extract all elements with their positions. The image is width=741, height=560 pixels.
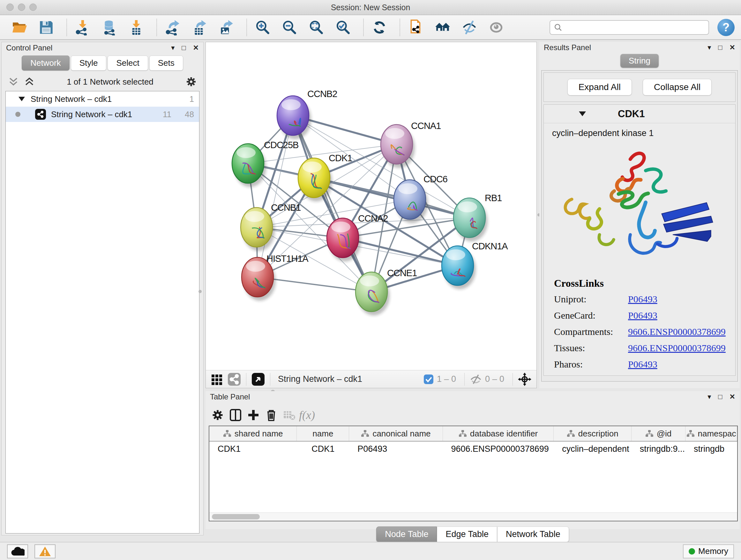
network-row[interactable]: String Network – cdk1 11 48 xyxy=(6,107,199,122)
crosslink-link[interactable]: 9606.ENSP00000378699 xyxy=(628,343,726,354)
tab-network-table[interactable]: Network Table xyxy=(497,526,569,542)
network-canvas[interactable]: CCNB2CCNA1CDC25BCDK1CDC6RB1CCNB1CCNA2CDK… xyxy=(206,42,536,370)
window-minimize-button[interactable] xyxy=(18,3,25,11)
crosslink-link[interactable]: P06493 xyxy=(628,310,657,321)
tab-edge-table[interactable]: Edge Table xyxy=(437,526,497,542)
tab-string[interactable]: String xyxy=(620,54,659,68)
save-icon[interactable] xyxy=(37,17,56,37)
column-header-database-identifier[interactable]: database identifier xyxy=(443,426,554,441)
network-view[interactable]: CCNB2CCNA1CDC25BCDK1CDC6RB1CCNB1CCNA2CDK… xyxy=(205,42,537,388)
node-ccna1[interactable]: CCNA1 xyxy=(381,121,441,168)
window-close-button[interactable] xyxy=(6,3,14,11)
panel-menu-icon[interactable]: ▾ xyxy=(708,44,711,51)
tab-sets[interactable]: Sets xyxy=(149,56,183,71)
show-graphics-eye-icon[interactable] xyxy=(486,17,506,37)
tab-network[interactable]: Network xyxy=(22,56,69,71)
node-hist1h1a[interactable]: HIST1H1A xyxy=(242,253,309,301)
cell-shared-name[interactable]: CDK1 xyxy=(209,442,297,456)
refresh-icon[interactable] xyxy=(369,17,389,37)
node-label-ccnb1: CCNB1 xyxy=(271,202,300,212)
warning-icon[interactable] xyxy=(35,544,56,558)
gear-icon[interactable] xyxy=(185,76,197,87)
import-table-icon[interactable] xyxy=(126,17,146,37)
delete-column-trash-icon[interactable] xyxy=(262,406,280,424)
column-header-description[interactable]: description xyxy=(554,426,631,441)
open-folder-icon[interactable] xyxy=(10,17,29,37)
export-table-icon[interactable] xyxy=(190,17,209,37)
selected-checkbox-icon[interactable] xyxy=(423,374,434,384)
column-header-name[interactable]: name xyxy=(297,426,349,441)
panel-close-icon[interactable]: ✕ xyxy=(730,44,735,51)
column-header-shared-name[interactable]: shared name xyxy=(209,426,297,441)
hide-unhide-icon[interactable] xyxy=(460,17,479,37)
cell-namespac[interactable]: stringdb xyxy=(685,442,737,456)
panel-float-icon[interactable]: □ xyxy=(718,44,722,51)
zoom-in-icon[interactable] xyxy=(253,17,273,37)
column-header-namespac[interactable]: namespac xyxy=(685,426,737,441)
collection-expander-icon[interactable] xyxy=(18,97,25,101)
node-cdkn1a[interactable]: CDKN1A xyxy=(442,241,508,289)
export-image-icon[interactable] xyxy=(216,17,236,37)
add-column-icon[interactable] xyxy=(245,406,262,424)
zoom-out-icon[interactable] xyxy=(280,17,299,37)
panel-close-icon[interactable]: ✕ xyxy=(193,44,199,51)
cloud-icon[interactable] xyxy=(7,544,28,558)
help-icon[interactable]: ? xyxy=(718,19,735,36)
scrollbar-thumb[interactable] xyxy=(212,514,260,519)
table-row[interactable]: CDK1CDK1P064939606.ENSP00000378699cyclin… xyxy=(209,442,737,456)
table-settings-gear-icon[interactable] xyxy=(209,406,226,424)
panel-close-icon[interactable]: ✕ xyxy=(730,393,735,400)
expand-all-button[interactable]: Expand All xyxy=(567,79,632,96)
node-ccna2[interactable]: CCNA2 xyxy=(327,213,388,261)
stringify-document-icon[interactable] xyxy=(406,17,426,37)
collapse-all-button[interactable]: Collapse All xyxy=(643,79,712,96)
zoom-selected-icon[interactable] xyxy=(333,17,353,37)
collapse-all-icon[interactable] xyxy=(8,77,19,86)
cell-@id[interactable]: stringdb:9... xyxy=(631,442,685,456)
panel-menu-icon[interactable]: ▾ xyxy=(708,393,711,400)
cell-database-identifier[interactable]: 9606.ENSP00000378699 xyxy=(443,442,554,456)
splitter-handle[interactable] xyxy=(199,290,202,293)
search-field[interactable] xyxy=(549,20,709,35)
birdseye-toggle-icon[interactable] xyxy=(252,373,265,386)
panel-float-icon[interactable]: □ xyxy=(182,44,186,51)
cell-description[interactable]: cyclin–dependent ... xyxy=(554,442,631,456)
node-ccnb1[interactable]: CCNB1 xyxy=(241,202,300,251)
zoom-fit-icon[interactable] xyxy=(307,17,326,37)
column-header-@id[interactable]: @id xyxy=(631,426,685,441)
tab-style[interactable]: Style xyxy=(71,56,107,71)
expand-all-icon[interactable] xyxy=(24,77,35,86)
crosslink-link[interactable]: 9606.ENSP00000378699 xyxy=(628,326,726,337)
gene-card-header[interactable]: CDK1 xyxy=(544,105,735,123)
show-columns-icon[interactable] xyxy=(226,406,245,424)
gene-expander-icon[interactable] xyxy=(579,111,586,116)
export-network-icon[interactable] xyxy=(163,17,183,37)
hidden-eye-icon[interactable] xyxy=(470,374,482,385)
column-header-canonical-name[interactable]: canonical name xyxy=(349,426,443,441)
homes-icon[interactable] xyxy=(433,17,453,37)
tab-node-table[interactable]: Node Table xyxy=(376,526,437,542)
crosslink-link[interactable]: P06493 xyxy=(628,294,657,305)
grid-view-icon[interactable] xyxy=(211,373,223,385)
node-rb1[interactable]: RB1 xyxy=(454,193,502,241)
network-collection-row[interactable]: String Network – cdk1 1 xyxy=(6,91,199,107)
import-database-icon[interactable] xyxy=(99,17,119,37)
search-input[interactable] xyxy=(565,23,702,32)
node-ccnb2[interactable]: CCNB2 xyxy=(277,89,337,139)
pan-crosshair-icon[interactable] xyxy=(518,373,531,386)
panel-float-icon[interactable]: □ xyxy=(718,393,722,400)
window-zoom-button[interactable] xyxy=(29,3,37,11)
node-ccne1[interactable]: CCNE1 xyxy=(355,268,417,315)
cell-canonical-name[interactable]: P06493 xyxy=(349,442,443,456)
tab-select[interactable]: Select xyxy=(108,56,148,71)
import-network-icon[interactable] xyxy=(73,17,92,37)
node-cdc25b[interactable]: CDC25B xyxy=(232,140,298,187)
node-cdc6[interactable]: CDC6 xyxy=(394,174,448,223)
horizontal-scrollbar[interactable] xyxy=(209,512,737,521)
crosslink-link[interactable]: P06493 xyxy=(628,359,657,370)
cell-name[interactable]: CDK1 xyxy=(297,442,349,456)
panel-menu-icon[interactable]: ▾ xyxy=(171,44,175,51)
share-network-icon[interactable] xyxy=(227,373,241,386)
memory-button[interactable]: Memory xyxy=(683,544,734,558)
edge-CCNB2-CCNE1[interactable] xyxy=(293,116,372,292)
